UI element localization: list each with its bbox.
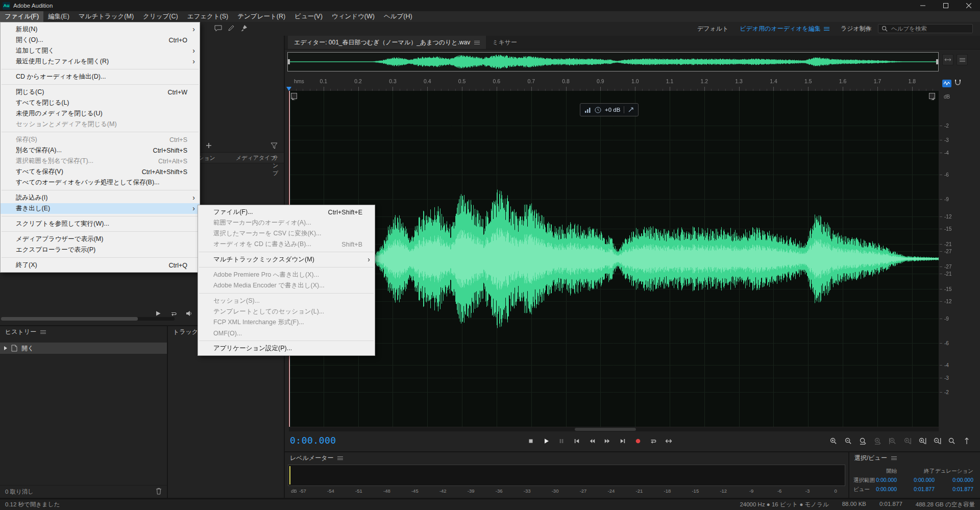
zoom-selection-right-button[interactable] — [901, 435, 914, 447]
export-submenu-item-media-encoder[interactable]: Adobe Media Encoder で書き出し(X)... — [198, 280, 375, 291]
timeline-ruler[interactable]: hms0.10.20.30.40.50.60.70.80.91.01.11.21… — [289, 77, 939, 91]
menubar-item-edit[interactable]: 編集(E) — [43, 11, 74, 22]
file-menu-item-save[interactable]: 保存(S)Ctrl+S — [1, 134, 200, 145]
file-menu-item-extract-cd[interactable]: CD からオーディオを抽出(D)... — [1, 71, 200, 82]
file-menu-item-open-recent[interactable]: 最近使用したファイルを開く(R)› — [1, 56, 200, 67]
menubar-item-effects[interactable]: エフェクト(S) — [183, 11, 233, 22]
fade-out-handle[interactable] — [929, 93, 935, 99]
overview-range-handle-right[interactable] — [936, 59, 938, 64]
scrollbar-handle[interactable] — [1, 317, 138, 321]
fade-in-handle[interactable] — [291, 93, 297, 99]
file-menu-item-new[interactable]: 新規(N)› — [1, 24, 200, 35]
column-sample-rate[interactable]: サンプ — [273, 154, 284, 177]
zoom-in-time-button[interactable] — [827, 435, 840, 447]
workspace-menu-icon[interactable] — [824, 27, 829, 31]
help-search[interactable] — [878, 24, 973, 33]
workspace-default[interactable]: デフォルト — [697, 25, 728, 33]
zoom-out-time-button[interactable] — [842, 435, 854, 447]
overview-menu-icon[interactable] — [957, 54, 968, 65]
panel-menu-icon[interactable] — [40, 330, 46, 334]
maximize-button[interactable] — [934, 0, 957, 11]
transport-skip-to-start-button[interactable] — [571, 435, 583, 447]
filter-icon[interactable] — [271, 142, 278, 151]
time-display[interactable]: 0:00.000 — [290, 435, 336, 446]
file-menu-item-run-script[interactable]: スクリプトを参照して実行(W)... — [1, 218, 200, 229]
view-value-1[interactable]: 0:01.877 — [914, 486, 935, 492]
tab-mixer[interactable]: ミキサー — [486, 36, 523, 49]
transport-skip-to-end-button[interactable] — [617, 435, 629, 447]
export-submenu-item-session-template[interactable]: テンプレートとしてのセッション(L)... — [198, 306, 375, 317]
menubar-item-view[interactable]: ビュー(V) — [290, 11, 327, 22]
transport-pause-button[interactable] — [555, 435, 568, 447]
export-submenu-item-app-settings[interactable]: アプリケーション設定(P)... — [198, 343, 375, 354]
file-menu-item-open-append[interactable]: 追加して開く› — [1, 45, 200, 56]
export-submenu-item-burn-cd[interactable]: オーディオを CD に書き込み(B)...Shift+B — [198, 239, 375, 250]
close-button[interactable] — [957, 0, 980, 11]
file-menu-item-reveal-media-browser[interactable]: メディアブラウザーで表示(M) — [1, 234, 200, 245]
timeline-scrollbar[interactable] — [289, 427, 939, 431]
files-horizontal-scrollbar[interactable] — [1, 317, 175, 321]
minimize-button[interactable] — [911, 0, 934, 11]
level-meter[interactable] — [288, 465, 845, 486]
file-menu-item-quit[interactable]: 終了(X)Ctrl+Q — [1, 260, 200, 271]
zoom-navigator-icon[interactable] — [942, 54, 953, 65]
selection-value-1[interactable]: 0:00.000 — [914, 477, 935, 483]
selection-value-0[interactable]: 0:00.000 — [876, 477, 897, 483]
file-menu-item-save-all-batch[interactable]: すべてのオーディオをバッチ処理として保存(B)... — [1, 177, 200, 188]
panel-menu-icon[interactable] — [474, 40, 480, 45]
add-file-button[interactable] — [205, 142, 212, 151]
file-menu-item-close-unused[interactable]: 未使用のメディアを閉じる(U) — [1, 108, 200, 119]
transport-record-button[interactable] — [632, 435, 644, 447]
menubar-item-templates[interactable]: テンプレート(R) — [233, 11, 290, 22]
transport-fast-forward-button[interactable] — [601, 435, 614, 447]
file-menu-item-save-all[interactable]: すべてを保存(V)Ctrl+Alt+Shift+S — [1, 166, 200, 177]
zoom-full-button[interactable] — [857, 435, 869, 447]
scroll-to-playhead-button[interactable] — [961, 435, 973, 447]
selection-value-2[interactable]: 0:00.000 — [952, 477, 973, 483]
history-item-open[interactable]: 開く — [0, 343, 167, 354]
preview-autoplay-button[interactable] — [186, 309, 192, 319]
file-menu-item-save-as[interactable]: 別名で保存(A)...Ctrl+Shift+S — [1, 145, 200, 156]
hud-gain-value[interactable]: +0 dB — [605, 107, 620, 113]
magnet-icon[interactable] — [954, 79, 961, 88]
export-submenu-item-fcp-xml[interactable]: FCP XML Interchange 形式(F)... — [198, 317, 375, 328]
file-menu-item-import[interactable]: 読み込み(I)› — [1, 192, 200, 203]
trash-icon[interactable] — [156, 488, 162, 496]
export-submenu-item-file[interactable]: ファイル(F)...Ctrl+Shift+E — [198, 207, 375, 217]
workspace-overflow-button[interactable]: » — [867, 25, 870, 32]
transport-stop-button[interactable] — [525, 435, 537, 447]
file-menu-item-close-session-media[interactable]: セッションとメディアを閉じる(M) — [1, 119, 200, 130]
tab-editor[interactable]: エディター: 001_春日部つむぎ（ノーマル）_あまつのりと.wav — [288, 36, 486, 49]
timeline-scrollbar-handle[interactable] — [575, 428, 636, 431]
file-menu-item-save-selection-as[interactable]: 選択範囲を別名で保存(T)...Ctrl+Alt+S — [1, 156, 200, 166]
transport-play-button[interactable] — [540, 435, 552, 447]
panel-menu-icon[interactable] — [891, 456, 897, 460]
file-menu-item-close[interactable]: 閉じる(C)Ctrl+W — [1, 87, 200, 98]
panel-menu-icon[interactable] — [337, 456, 343, 460]
menubar-item-file[interactable]: ファイル(F) — [0, 11, 43, 22]
volume-hud[interactable]: +0 dB — [580, 103, 639, 116]
export-submenu-item-range-markers-audio[interactable]: 範囲マーカー内のオーディオ(A)... — [198, 217, 375, 228]
marquee-selection-tool-icon[interactable] — [228, 25, 235, 34]
view-value-2[interactable]: 0:01.877 — [952, 486, 973, 492]
zoom-selection-left-button[interactable] — [887, 435, 899, 447]
file-menu-item-export[interactable]: 書き出し(E)› — [1, 203, 200, 214]
snapping-icon[interactable] — [942, 80, 951, 87]
export-submenu-item-premiere[interactable]: Adobe Premiere Pro へ書き出し(X)... — [198, 270, 375, 280]
pin-icon[interactable] — [628, 107, 634, 113]
help-search-input[interactable] — [890, 25, 969, 32]
export-submenu-item-omf[interactable]: OMF(O)... — [198, 328, 375, 338]
playhead-handle[interactable] — [286, 87, 291, 91]
view-value-0[interactable]: 0:00.000 — [876, 486, 897, 492]
file-menu-item-open[interactable]: 開く(O)...Ctrl+O — [1, 35, 200, 45]
file-menu-item-reveal-explorer[interactable]: エクスプローラーで表示(P) — [1, 245, 200, 255]
zoom-in-selection-button[interactable] — [872, 435, 884, 447]
transport-skip-selection-button[interactable] — [663, 435, 675, 447]
menubar-item-multitrack[interactable]: マルチトラック(M) — [74, 11, 138, 22]
time-selection-tool-icon[interactable] — [214, 25, 222, 34]
export-submenu-item-multitrack-mixdown[interactable]: マルチトラックミックスダウン(M)› — [198, 254, 375, 265]
menubar-item-help[interactable]: ヘルプ(H) — [379, 11, 417, 22]
waveform-display[interactable]: +0 dB — [289, 91, 939, 427]
zoom-in-amplitude-button[interactable] — [916, 435, 928, 447]
export-submenu-item-session[interactable]: セッション(S)... — [198, 296, 375, 306]
